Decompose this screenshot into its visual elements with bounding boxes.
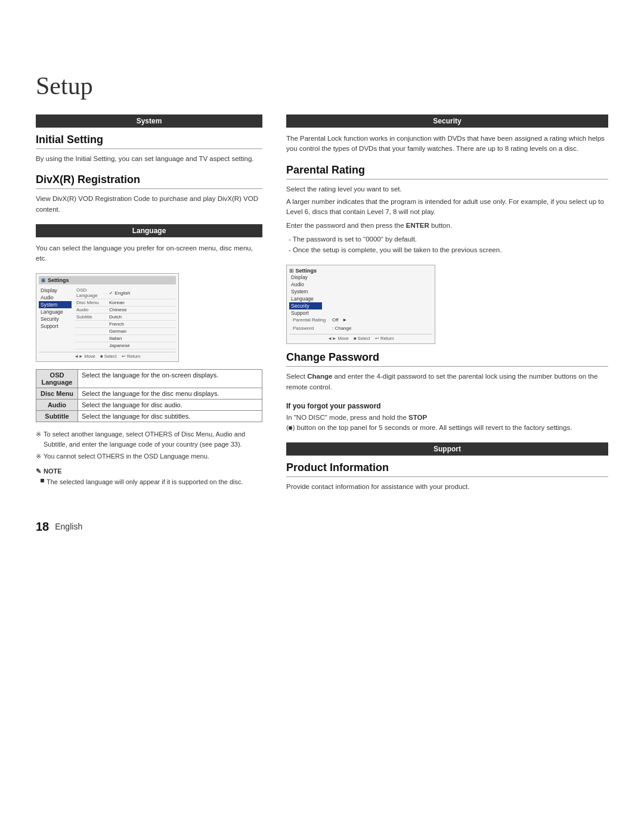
mock-nav-security: Security — [39, 315, 72, 323]
parental-body-1: Select the rating level you want to set. — [286, 184, 608, 194]
mock-footer-left: ◄► Move ■ Select ↩ Return — [39, 352, 176, 359]
pencil-icon: ✎ — [36, 466, 41, 476]
change-password-title: Change Password — [286, 351, 608, 367]
lang-desc-audio: Select the language for disc audio. — [78, 400, 262, 411]
page-title: Setup — [36, 72, 608, 100]
page-number: 18 — [36, 520, 49, 534]
change-password-section: Change Password Select Change and enter … — [286, 351, 608, 392]
mock-row-parental: Parental Rating Off ► — [292, 317, 432, 323]
initial-setting-section: Initial Setting By using the Initial Set… — [36, 134, 262, 164]
product-info-section: Product Information Provide contact info… — [286, 462, 608, 492]
mock-nav-right: Display Audio System Language Security S… — [289, 274, 322, 317]
parental-rating-section: Parental Rating Select the rating level … — [286, 164, 608, 256]
note-title: ✎ NOTE — [36, 466, 262, 476]
parental-enter-text: Enter the password and then press the — [286, 222, 404, 229]
mock-logo-right: ⊞ — [289, 268, 294, 274]
change-body-1: Select — [286, 373, 307, 380]
divxr-body: View DivX(R) VOD Registration Code to pu… — [36, 194, 262, 215]
support-section-header: Support — [286, 442, 608, 456]
forgot-body-1: In "NO DISC" mode, press and hold the — [286, 414, 408, 421]
language-table: OSDLanguage Select the language for the … — [36, 369, 262, 422]
mock-nav-r-display: Display — [289, 274, 322, 281]
mock-nav-r-audio: Audio — [289, 281, 322, 288]
security-section-header: Security — [286, 114, 608, 128]
page-footer: 18 English — [36, 520, 608, 534]
lang-label-audio: Audio — [36, 400, 78, 411]
mock-nav-audio: Audio — [39, 294, 72, 301]
mock-nav-left: Display Audio System Language Security S… — [39, 287, 72, 349]
parental-body-3: Enter the password and then press the EN… — [286, 221, 608, 231]
stop-bold: STOP — [408, 414, 427, 421]
mock-nav-r-security: Security — [289, 302, 322, 309]
mock-content-left: OSD Language ✓ English Disc Menu Korean … — [75, 287, 176, 349]
divxr-section: DivX(R) Registration View DivX(R) VOD Re… — [36, 174, 262, 215]
note-text-1: To select another language, select OTHER… — [44, 429, 262, 449]
note-1: ※ To select another language, select OTH… — [36, 429, 262, 449]
mock-title-right: Settings — [296, 268, 317, 274]
mock-nav-r-system: System — [289, 288, 322, 295]
security-body: The Parental Lock function works in conj… — [286, 134, 608, 154]
parental-note-text-1: - The password is set to "0000" by defau… — [289, 234, 417, 244]
parental-enter-end: button. — [431, 222, 452, 229]
lang-desc-osd: Select the language for the on-screen di… — [78, 370, 262, 388]
table-row: OSDLanguage Select the language for the … — [36, 370, 262, 388]
note-mark-1: ※ — [36, 429, 41, 449]
mock-nav-support: Support — [39, 323, 72, 330]
table-row: Subtitle Select the language for disc su… — [36, 411, 262, 422]
forgot-password-section: If you forgot your password In "NO DISC"… — [286, 402, 608, 433]
mock-nav-language: Language — [39, 308, 72, 315]
language-body: You can select the language you prefer f… — [36, 243, 262, 264]
change-password-body: Select Change and enter the 4-digit pass… — [286, 371, 608, 392]
mock-nav-r-language: Language — [289, 295, 322, 302]
mock-nav-display: Display — [39, 287, 72, 294]
note-text-2: You cannot select OTHERS in the OSD Lang… — [44, 451, 209, 462]
parental-rating-title: Parental Rating — [286, 164, 608, 179]
lang-label-osd: OSDLanguage — [36, 370, 78, 388]
mock-row-dutch: Subtitle Dutch — [75, 314, 176, 321]
note-bullet: The selected language will only appear i… — [41, 477, 262, 487]
change-bold: Change — [307, 373, 332, 380]
note-mark-2: ※ — [36, 451, 41, 462]
initial-setting-title: Initial Setting — [36, 134, 262, 149]
enter-bold: ENTER — [406, 222, 429, 229]
parental-body-2: A larger number indicates that the progr… — [286, 197, 608, 218]
forgot-password-body: In "NO DISC" mode, press and hold the ST… — [286, 413, 608, 433]
product-info-title: Product Information — [286, 462, 608, 477]
mock-title-left: Settings — [48, 277, 69, 283]
note-2: ※ You cannot select OTHERS in the OSD La… — [36, 451, 262, 462]
mock-nav-r-support: Support — [289, 309, 322, 317]
lang-label-discmenu: Disc Menu — [36, 388, 78, 400]
parental-note-text-2: - Once the setup is complete, you will b… — [289, 244, 501, 255]
mock-row-osd: OSD Language ✓ English — [75, 287, 176, 299]
mock-row-japanese: Japanese — [75, 342, 176, 349]
table-row: Disc Menu Select the language for the di… — [36, 388, 262, 400]
mock-row-korean: Disc Menu Korean — [75, 299, 176, 306]
notes-section: ※ To select another language, select OTH… — [36, 429, 262, 487]
forgot-password-title: If you forgot your password — [286, 402, 608, 410]
table-row: Audio Select the language for disc audio… — [36, 400, 262, 411]
support-section: Support Product Information Provide cont… — [286, 442, 608, 492]
bullet-icon — [41, 479, 44, 482]
language-section-header: Language — [36, 224, 262, 237]
parental-note-2: - Once the setup is complete, you will b… — [289, 244, 608, 255]
system-section-header: System — [36, 114, 262, 128]
parental-rating-body: Select the rating level you want to set.… — [286, 184, 608, 256]
forgot-body-2: (■) button on the top panel for 5 second… — [286, 424, 572, 431]
lang-desc-subtitle: Select the language for disc subtitles. — [78, 411, 262, 422]
page-lang: English — [55, 522, 82, 531]
parental-note-1: - The password is set to "0000" by defau… — [289, 234, 608, 244]
initial-setting-body: By using the Initial Setting, you can se… — [36, 154, 262, 164]
settings-screenshot-right: ⊞ Settings Display Audio System Language… — [286, 265, 435, 344]
right-column: Security The Parental Lock function work… — [286, 114, 608, 502]
mock-footer-right: ◄► Move ■ Select ↩ Return — [289, 334, 432, 341]
mock-content-right: Parental Rating Off ► Password : Change — [289, 317, 432, 332]
mock-row-french: French — [75, 321, 176, 328]
mock-nav-system: System — [39, 301, 72, 308]
product-info-body: Provide contact information for assistan… — [286, 482, 608, 492]
lang-label-subtitle: Subtitle — [36, 411, 78, 422]
lang-desc-discmenu: Select the language for the disc menu di… — [78, 388, 262, 400]
settings-screenshot-left: ⊞ Settings Display Audio System Language… — [36, 273, 179, 362]
mock-row-password: Password : Change — [292, 325, 432, 332]
mock-row-chinese: Audio Chinese — [75, 306, 176, 314]
mock-logo-left: ⊞ — [41, 278, 45, 283]
